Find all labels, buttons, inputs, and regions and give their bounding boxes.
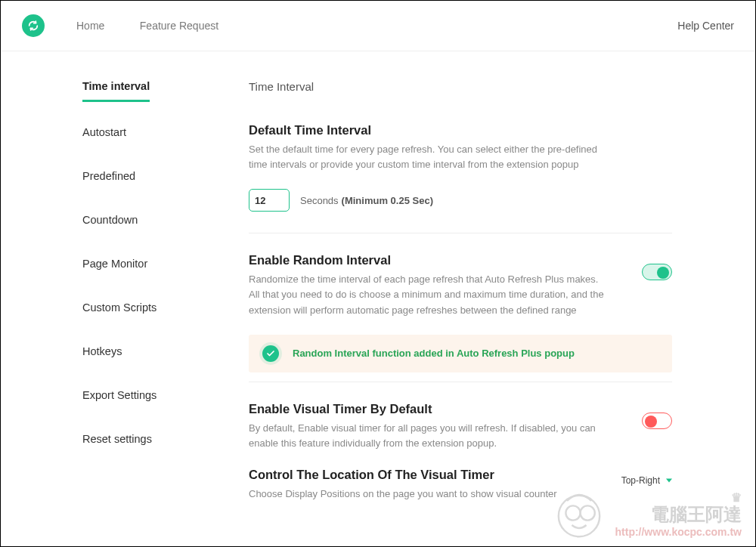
app-logo: [22, 14, 45, 37]
default-interval-title: Default Time Interval: [249, 123, 672, 138]
sidebar-item-time-interval[interactable]: Time interval: [82, 80, 150, 102]
random-interval-alert: Random Interval function added in Auto R…: [249, 335, 672, 372]
timer-location-title: Control The Location Of The Visual Timer: [249, 468, 557, 482]
alert-text: Random Interval function added in Auto R…: [293, 348, 575, 359]
top-bar: Home Feature Request Help Center: [1, 1, 755, 51]
check-circle-icon: [262, 345, 279, 362]
interval-min-note: (Minimum 0.25 Sec): [342, 195, 433, 206]
sidebar-item-export-settings[interactable]: Export Settings: [82, 389, 156, 407]
timer-location-desc: Choose Display Positions on the page you…: [249, 487, 557, 502]
divider: [249, 233, 672, 233]
sidebar-item-page-monitor[interactable]: Page Monitor: [82, 258, 147, 276]
nav-feature-request[interactable]: Feature Request: [140, 20, 218, 32]
section-default-interval: Default Time Interval Set the default ti…: [249, 123, 672, 233]
sidebar-item-custom-scripts[interactable]: Custom Scripts: [82, 301, 156, 320]
section-timer-location: Control The Location Of The Visual Timer…: [249, 468, 672, 502]
nav-home[interactable]: Home: [76, 20, 104, 32]
sidebar-item-countdown[interactable]: Countdown: [82, 214, 138, 232]
sidebar-item-hotkeys[interactable]: Hotkeys: [82, 345, 122, 363]
sidebar-item-autostart[interactable]: Autostart: [82, 126, 126, 144]
page-title: Time Interval: [249, 80, 672, 93]
section-visual-timer: Enable Visual Timer By Default By defaul…: [249, 402, 672, 451]
random-interval-title: Enable Random Interval: [249, 253, 604, 267]
default-interval-desc: Set the default time for every page refr…: [249, 142, 604, 172]
visual-timer-title: Enable Visual Timer By Default: [249, 402, 604, 416]
watermark-url: http://www.kocpc.com.tw: [615, 526, 742, 539]
divider: [249, 382, 672, 382]
top-nav: Home Feature Request: [76, 19, 250, 32]
sidebar-item-predefined[interactable]: Predefined: [82, 170, 135, 188]
timer-location-select[interactable]: Top-Right: [618, 472, 672, 489]
main-content: Time Interval Default Time Interval Set …: [249, 80, 755, 515]
sidebar-item-reset-settings[interactable]: Reset settings: [82, 433, 152, 451]
visual-timer-toggle[interactable]: [642, 413, 672, 429]
settings-sidebar: Time interval Autostart Predefined Count…: [1, 80, 249, 515]
visual-timer-desc: By default, Enable visual timer for all …: [249, 421, 604, 451]
nav-help-center[interactable]: Help Center: [677, 20, 734, 32]
section-random-interval: Enable Random Interval Randomize the tim…: [249, 253, 672, 382]
random-interval-desc: Randomize the time interval of each page…: [249, 272, 604, 317]
default-interval-input[interactable]: [249, 189, 290, 212]
random-interval-toggle[interactable]: [642, 264, 672, 280]
interval-unit-label: Seconds: [300, 195, 339, 206]
